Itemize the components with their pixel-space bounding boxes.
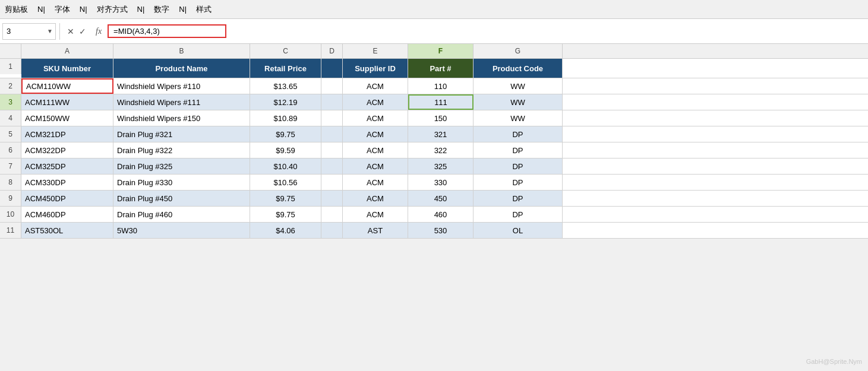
cell-C-3[interactable]: $12.19	[250, 94, 321, 110]
cell-E-5[interactable]: ACM	[343, 126, 408, 142]
cell-C-2[interactable]: $13.65	[250, 78, 321, 94]
cell-G-6[interactable]: DP	[474, 142, 563, 158]
cell-A-10[interactable]: ACM460DP	[21, 207, 113, 222]
cell-B-7[interactable]: Drain Plug #325	[113, 158, 250, 174]
cell-ref-dropdown-icon[interactable]: ▼	[47, 28, 53, 34]
cell-E-2[interactable]: ACM	[343, 78, 408, 94]
table-row: 2 ACM110WW Windshield Wipers #110 $13.65…	[0, 78, 868, 94]
cell-C-4[interactable]: $10.89	[250, 110, 321, 126]
cell-D-3	[321, 94, 343, 110]
table-row: 9 ACM450DP Drain Plug #450 $9.75 ACM 450…	[0, 191, 868, 207]
cell-A-11[interactable]: AST530OL	[21, 223, 113, 238]
cell-F-3[interactable]: 111	[408, 94, 474, 110]
cell-B-2[interactable]: Windshield Wipers #110	[113, 78, 250, 94]
cell-A-2[interactable]: ACM110WW	[21, 78, 113, 94]
col-header-B[interactable]: B	[113, 44, 250, 58]
cell-G-10[interactable]: DP	[474, 207, 563, 222]
col-header-D[interactable]: D	[321, 44, 343, 58]
spreadsheet: A B C D E F G 1 SKU Number Product Name …	[0, 44, 868, 239]
formula-bar-divider	[59, 23, 60, 40]
formula-bar: 3 ▼ ✕ ✓ fx =MID(A3,4,3)	[0, 19, 868, 44]
header-cell-G[interactable]: Product Code	[474, 59, 563, 78]
cell-G-9[interactable]: DP	[474, 191, 563, 206]
cell-A-6[interactable]: ACM322DP	[21, 142, 113, 158]
cell-E-6[interactable]: ACM	[343, 142, 408, 158]
toolbar-divider3: N|	[137, 5, 145, 14]
cell-F-11[interactable]: 530	[408, 223, 474, 238]
col-header-E[interactable]: E	[343, 44, 408, 58]
cell-B-11[interactable]: 5W30	[113, 223, 250, 238]
col-header-C[interactable]: C	[250, 44, 321, 58]
cell-F-6[interactable]: 322	[408, 142, 474, 158]
cell-C-10[interactable]: $9.75	[250, 207, 321, 222]
cell-ref-value: 3	[7, 27, 11, 36]
cell-F-5[interactable]: 321	[408, 126, 474, 142]
table-row: 11 AST530OL 5W30 $4.06 AST 530 OL	[0, 223, 868, 239]
cell-E-10[interactable]: ACM	[343, 207, 408, 222]
header-cell-E[interactable]: Supplier ID	[343, 59, 408, 78]
cell-D-4	[321, 110, 343, 126]
cell-G-7[interactable]: DP	[474, 158, 563, 174]
cell-C-7[interactable]: $10.40	[250, 158, 321, 174]
cell-A-5[interactable]: ACM321DP	[21, 126, 113, 142]
cell-B-9[interactable]: Drain Plug #450	[113, 191, 250, 206]
row-num-9: 9	[0, 191, 21, 206]
cell-G-2[interactable]: WW	[474, 78, 563, 94]
cell-C-9[interactable]: $9.75	[250, 191, 321, 206]
cell-A-8[interactable]: ACM330DP	[21, 175, 113, 190]
cell-C-5[interactable]: $9.75	[250, 126, 321, 142]
cell-D-2	[321, 78, 343, 94]
cell-E-8[interactable]: ACM	[343, 175, 408, 190]
cell-D-7	[321, 158, 343, 174]
cell-G-3[interactable]: WW	[474, 94, 563, 110]
cell-D-6	[321, 142, 343, 158]
toolbar-font: 字体	[55, 4, 70, 15]
cell-G-11[interactable]: OL	[474, 223, 563, 238]
header-cell-F[interactable]: Part #	[408, 59, 474, 78]
cell-C-6[interactable]: $9.59	[250, 142, 321, 158]
row-num-5: 5	[0, 126, 21, 142]
cell-F-7[interactable]: 325	[408, 158, 474, 174]
cell-F-2[interactable]: 110	[408, 78, 474, 94]
col-header-G[interactable]: G	[474, 44, 563, 58]
cell-A-4[interactable]: ACM150WW	[21, 110, 113, 126]
cell-B-6[interactable]: Drain Plug #322	[113, 142, 250, 158]
header-cell-B[interactable]: Product Name	[113, 59, 250, 78]
cell-A-7[interactable]: ACM325DP	[21, 158, 113, 174]
cell-C-11[interactable]: $4.06	[250, 223, 321, 238]
cell-A-9[interactable]: ACM450DP	[21, 191, 113, 206]
formula-input[interactable]: =MID(A3,4,3)	[108, 24, 226, 38]
col-header-F[interactable]: F	[408, 44, 474, 58]
cell-F-8[interactable]: 330	[408, 175, 474, 190]
cell-E-9[interactable]: ACM	[343, 191, 408, 206]
cell-B-10[interactable]: Drain Plug #460	[113, 207, 250, 222]
cell-reference-box[interactable]: 3 ▼	[2, 23, 56, 40]
cell-F-9[interactable]: 450	[408, 191, 474, 206]
cell-E-7[interactable]: ACM	[343, 158, 408, 174]
header-cell-A[interactable]: SKU Number	[21, 59, 113, 78]
cell-B-5[interactable]: Drain Plug #321	[113, 126, 250, 142]
row-num-3: 3	[0, 94, 21, 110]
cell-A-3[interactable]: ACM111WW	[21, 94, 113, 110]
confirm-icon[interactable]: ✓	[79, 27, 86, 36]
cell-D-9	[321, 191, 343, 206]
cell-G-5[interactable]: DP	[474, 126, 563, 142]
cell-B-3[interactable]: Windshield Wipers #111	[113, 94, 250, 110]
toolbar-divider2: N|	[80, 5, 87, 14]
cell-E-11[interactable]: AST	[343, 223, 408, 238]
cancel-icon[interactable]: ✕	[67, 27, 74, 36]
header-cell-C[interactable]: Retail Price	[250, 59, 321, 78]
cell-F-10[interactable]: 460	[408, 207, 474, 222]
cell-B-8[interactable]: Drain Plug #330	[113, 175, 250, 190]
cell-C-8[interactable]: $10.56	[250, 175, 321, 190]
cell-F-4[interactable]: 150	[408, 110, 474, 126]
toolbar-align: 对齐方式	[97, 4, 128, 15]
data-rows-container: 2 ACM110WW Windshield Wipers #110 $13.65…	[0, 78, 868, 239]
cell-G-8[interactable]: DP	[474, 175, 563, 190]
cell-G-4[interactable]: WW	[474, 110, 563, 126]
col-header-A[interactable]: A	[21, 44, 113, 58]
cell-B-4[interactable]: Windshield Wipers #150	[113, 110, 250, 126]
cell-E-4[interactable]: ACM	[343, 110, 408, 126]
fx-icon: fx	[96, 27, 102, 36]
cell-E-3[interactable]: ACM	[343, 94, 408, 110]
